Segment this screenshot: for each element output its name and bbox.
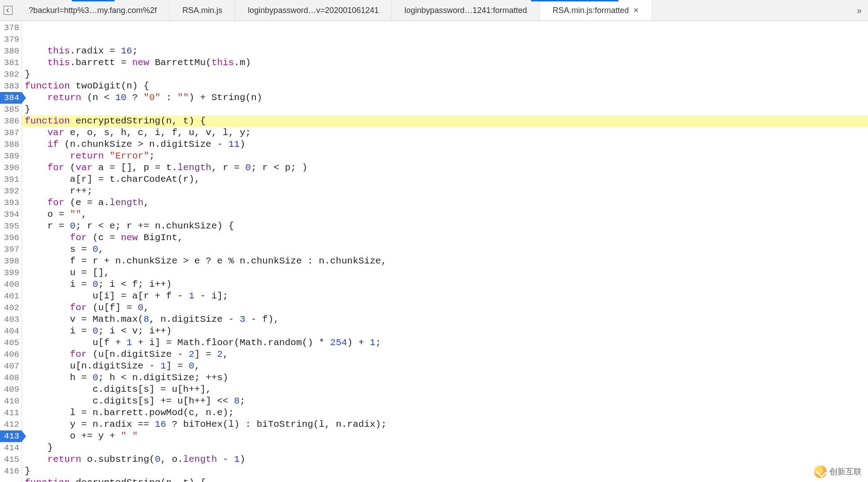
line-number[interactable]: 401 [0, 290, 22, 302]
line-number[interactable]: 410 [0, 395, 22, 407]
line-number[interactable]: 414 [0, 442, 22, 454]
code-line[interactable]: this.barrett = new BarrettMu(this.m) [22, 57, 868, 69]
code-line[interactable]: o += y + " " [22, 430, 868, 442]
code-line[interactable]: f = r + n.chunkSize > e ? e % n.chunkSiz… [22, 255, 868, 267]
code-line[interactable]: } [22, 465, 868, 477]
code-line[interactable]: } [22, 442, 868, 454]
code-line[interactable]: for (var a = [], p = t.length, r = 0; r … [22, 162, 868, 174]
code-area[interactable]: this.radix = 16; this.barrett = new Barr… [22, 21, 868, 482]
code-line[interactable]: s = 0, [22, 244, 868, 255]
tab-label: RSA.min.js:formatted [552, 6, 629, 15]
close-icon[interactable]: ✕ [633, 6, 639, 14]
line-number[interactable]: 393 [0, 197, 22, 209]
tab-label: loginbypassword…v=202001061241 [248, 6, 379, 15]
line-number[interactable]: 400 [0, 279, 22, 290]
code-line[interactable]: for (c = new BigInt, [22, 232, 868, 244]
line-number[interactable]: 399 [0, 267, 22, 279]
tab-label: loginbypassword…1241:formatted [404, 6, 527, 15]
line-number-gutter[interactable]: 3783793803813823833843853863873883893903… [0, 21, 22, 482]
tab-label: ?backurl=http%3…my.fang.com%2f [29, 6, 157, 15]
code-line[interactable]: v = Math.max(8, n.digitSize - 3 - f), [22, 314, 868, 325]
code-line[interactable]: this.radix = 16; [22, 45, 868, 57]
nav-back-button[interactable] [4, 6, 13, 15]
code-editor: 3783793803813823833843853863873883893903… [0, 21, 868, 482]
line-number[interactable]: 412 [0, 419, 22, 430]
code-line[interactable]: a[r] = t.charCodeAt(r), [22, 174, 868, 185]
code-line[interactable]: o = "", [22, 209, 868, 220]
line-number[interactable]: 381 [0, 57, 22, 69]
line-number[interactable]: 397 [0, 244, 22, 255]
tab-loginbypassword-formatted[interactable]: loginbypassword…1241:formatted [392, 0, 540, 21]
line-number[interactable]: 384 [0, 92, 22, 104]
line-number[interactable]: 386 [0, 115, 22, 127]
code-line[interactable]: u = [], [22, 267, 868, 279]
code-line[interactable]: c.digits[s] = u[h++], [22, 384, 868, 395]
code-line[interactable]: u[i] = a[r + f - 1 - i]; [22, 290, 868, 302]
line-number[interactable]: 385 [0, 104, 22, 115]
source-tab-bar: ?backurl=http%3…my.fang.com%2f RSA.min.j… [0, 0, 868, 21]
code-line[interactable]: for (u[f] = 0, [22, 302, 868, 314]
code-line[interactable]: l = n.barrett.powMod(c, n.e); [22, 407, 868, 419]
chevron-double-right-icon: » [857, 5, 862, 15]
line-number[interactable]: 416 [0, 465, 22, 477]
code-line[interactable]: function encryptedString(n, t) { [22, 115, 868, 127]
tabs-overflow-button[interactable]: » [850, 5, 868, 16]
line-number[interactable]: 408 [0, 372, 22, 384]
code-line[interactable]: r++; [22, 185, 868, 197]
line-number[interactable]: 383 [0, 80, 22, 92]
tab-nav-group [0, 6, 16, 15]
line-number[interactable]: 403 [0, 314, 22, 325]
code-line[interactable]: if (n.chunkSize > n.digitSize - 11) [22, 139, 868, 150]
code-line[interactable]: } [22, 69, 868, 80]
line-number[interactable]: 398 [0, 255, 22, 267]
line-number[interactable]: 395 [0, 220, 22, 232]
code-line[interactable]: var e, o, s, h, c, i, f, u, v, l, y; [22, 127, 868, 139]
tab-backurl[interactable]: ?backurl=http%3…my.fang.com%2f [16, 0, 170, 21]
line-number[interactable]: 402 [0, 302, 22, 314]
tab-rsa-min[interactable]: RSA.min.js [170, 0, 235, 21]
line-number[interactable]: 396 [0, 232, 22, 244]
line-number[interactable]: 415 [0, 454, 22, 465]
code-line[interactable]: } [22, 104, 868, 115]
code-line[interactable]: r = 0; r < e; r += n.chunkSize) { [22, 220, 868, 232]
tab-loginbypassword[interactable]: loginbypassword…v=202001061241 [235, 0, 392, 21]
code-line[interactable]: return o.substring(0, o.length - 1) [22, 454, 868, 465]
code-line[interactable]: i = 0; i < v; i++) [22, 325, 868, 337]
line-number[interactable]: 380 [0, 45, 22, 57]
line-number[interactable]: 382 [0, 69, 22, 80]
line-number[interactable]: 411 [0, 407, 22, 419]
code-line[interactable]: c.digits[s] += u[h++] << 8; [22, 395, 868, 407]
line-number[interactable]: 407 [0, 360, 22, 372]
line-number[interactable]: 409 [0, 384, 22, 395]
chevron-left-icon [6, 8, 10, 13]
line-number[interactable]: 406 [0, 349, 22, 360]
line-number[interactable]: 378 [0, 22, 22, 34]
tab-label: RSA.min.js [182, 6, 222, 15]
line-number[interactable]: 387 [0, 127, 22, 139]
code-line[interactable]: u[n.digitSize - 1] = 0, [22, 360, 868, 372]
code-line[interactable]: for (e = a.length, [22, 197, 868, 209]
line-number[interactable]: 392 [0, 185, 22, 197]
code-line[interactable]: for (u[n.digitSize - 2] = 2, [22, 349, 868, 360]
line-number[interactable]: 379 [0, 34, 22, 45]
code-line[interactable]: return "Error"; [22, 150, 868, 162]
code-line[interactable]: return (n < 10 ? "0" : "") + String(n) [22, 92, 868, 104]
line-number[interactable]: 405 [0, 337, 22, 349]
line-number[interactable]: 389 [0, 150, 22, 162]
line-number[interactable]: 391 [0, 174, 22, 185]
line-number[interactable]: 413 [0, 430, 22, 442]
code-line[interactable]: h = 0; h < n.digitSize; ++s) [22, 372, 868, 384]
line-number[interactable]: 390 [0, 162, 22, 174]
line-number[interactable]: 388 [0, 139, 22, 150]
line-number[interactable]: 394 [0, 209, 22, 220]
code-line[interactable]: function decryptedString(n, t) { [22, 477, 868, 482]
code-line[interactable]: y = n.radix == 16 ? biToHex(l) : biToStr… [22, 419, 868, 430]
code-line[interactable]: u[f + 1 + i] = Math.floor(Math.random() … [22, 337, 868, 349]
tab-rsa-formatted[interactable]: RSA.min.js:formatted ✕ [540, 0, 652, 21]
tab-list: ?backurl=http%3…my.fang.com%2f RSA.min.j… [16, 0, 850, 21]
code-line[interactable]: function twoDigit(n) { [22, 80, 868, 92]
code-line[interactable]: i = 0; i < f; i++) [22, 279, 868, 290]
line-number[interactable]: 404 [0, 325, 22, 337]
